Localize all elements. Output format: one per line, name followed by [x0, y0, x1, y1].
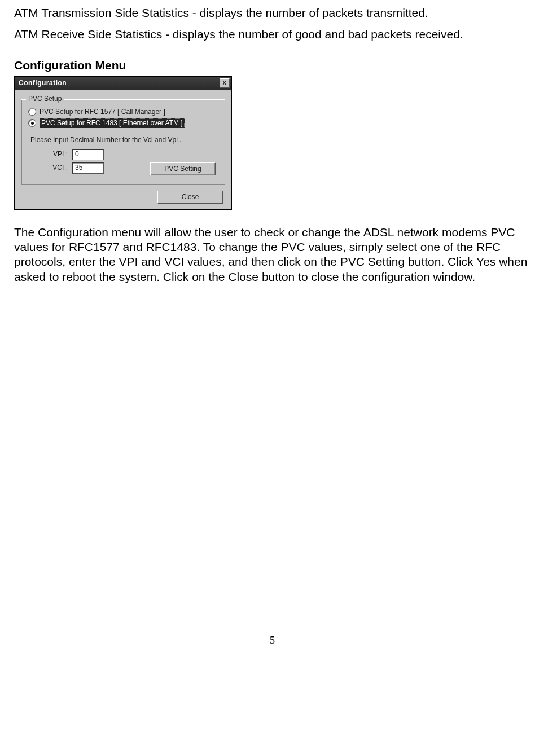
radio-label-rfc1483: PVC Setup for RFC 1483 [ Ethernet over A…: [40, 118, 185, 128]
radio-label-rfc1577: PVC Setup for RFC 1577 [ Call Manager ]: [40, 108, 165, 116]
radio-icon[interactable]: [28, 119, 36, 127]
paragraph-config-desc: The Configuration menu will allow the us…: [14, 225, 530, 284]
vpi-row: VPI : 0: [49, 149, 218, 160]
radio-icon[interactable]: [28, 108, 36, 116]
hint-text: Please Input Decimal Number for the Vci …: [30, 136, 218, 144]
configuration-dialog-screenshot: Configuration X PVC Setup PVC Setup for …: [14, 76, 232, 210]
heading-configuration-menu: Configuration Menu: [14, 58, 530, 73]
paragraph-atm-tx: ATM Transmission Side Statistics - displ…: [14, 6, 530, 20]
dialog-titlebar: Configuration X: [15, 77, 231, 90]
vci-input[interactable]: 35: [72, 162, 104, 174]
close-icon[interactable]: X: [220, 78, 230, 88]
close-button[interactable]: Close: [157, 191, 223, 204]
configuration-dialog: Configuration X PVC Setup PVC Setup for …: [15, 77, 231, 209]
radio-row-rfc1577[interactable]: PVC Setup for RFC 1577 [ Call Manager ]: [28, 108, 218, 116]
vpi-label: VPI :: [49, 150, 68, 159]
pvc-setup-group: PVC Setup PVC Setup for RFC 1577 [ Call …: [21, 99, 225, 185]
vci-label: VCI :: [49, 164, 68, 172]
group-caption: PVC Setup: [26, 95, 64, 103]
paragraph-atm-rx: ATM Receive Side Statistics - displays t…: [14, 27, 530, 42]
dialog-title: Configuration: [19, 79, 220, 87]
vpi-input[interactable]: 0: [72, 149, 104, 160]
dialog-body: PVC Setup PVC Setup for RFC 1577 [ Call …: [15, 90, 231, 209]
radio-row-rfc1483[interactable]: PVC Setup for RFC 1483 [ Ethernet over A…: [28, 118, 218, 128]
pvc-setting-button[interactable]: PVC Setting: [150, 162, 216, 175]
page-number: 5: [14, 634, 530, 647]
